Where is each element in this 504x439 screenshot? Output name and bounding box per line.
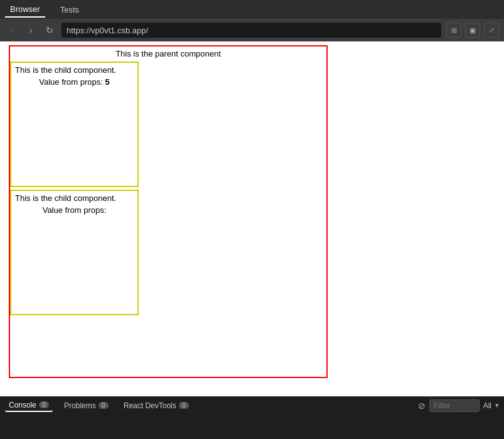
tab-bar: Browser Tests: [0, 0, 504, 19]
problems-badge: 0: [99, 402, 109, 409]
props-label-second: Value from props:: [43, 205, 107, 215]
bottom-bar: Console 0 Problems 0 React DevTools 0 ⊘ …: [0, 396, 504, 414]
window-icon[interactable]: ▣: [465, 23, 480, 38]
url-input[interactable]: [62, 23, 441, 38]
devtools-badge: 0: [179, 402, 189, 409]
child-component-second: This is the child component. Value from …: [10, 190, 139, 315]
child-props-second: Value from props:: [11, 205, 137, 215]
props-label-first: Value from props:: [39, 77, 103, 87]
child-text-first: This is the child component.: [11, 63, 137, 77]
child-text-second: This is the child component.: [11, 191, 137, 205]
console-label: Console: [9, 401, 36, 409]
dropdown-button[interactable]: ▾: [495, 401, 499, 409]
console-badge: 0: [39, 401, 49, 408]
tab-tests[interactable]: Tests: [55, 3, 84, 17]
expand-icon[interactable]: ⤢: [484, 23, 499, 38]
address-bar: ‹ › ↻ ⊞ ▣ ⤢: [0, 19, 504, 41]
devtools-label: React DevTools: [124, 401, 176, 410]
parent-component: This is the parent component This is the…: [9, 45, 328, 378]
bottom-tab-devtools[interactable]: React DevTools 0: [120, 400, 193, 411]
all-label: All: [483, 401, 491, 410]
bottom-tab-problems[interactable]: Problems 0: [60, 400, 112, 411]
parent-label: This is the parent component: [10, 46, 326, 61]
filter-input[interactable]: [429, 399, 480, 412]
child-props-first: Value from props: 5: [11, 77, 137, 87]
browser-icons: ⊞ ▣ ⤢: [446, 23, 499, 38]
tab-browser[interactable]: Browser: [5, 2, 45, 18]
props-value-first: 5: [105, 77, 110, 87]
back-button[interactable]: ‹: [5, 23, 19, 37]
forward-button[interactable]: ›: [24, 23, 38, 37]
refresh-button[interactable]: ↻: [43, 23, 56, 37]
browser-content: This is the parent component This is the…: [0, 41, 504, 396]
clear-filter-button[interactable]: ⊘: [418, 401, 426, 411]
problems-label: Problems: [64, 401, 96, 410]
child-component-first: This is the child component. Value from …: [10, 62, 139, 187]
grid-icon[interactable]: ⊞: [446, 23, 461, 38]
filter-section: ⊘ All ▾: [418, 399, 499, 412]
bottom-tab-console[interactable]: Console 0: [5, 399, 53, 412]
